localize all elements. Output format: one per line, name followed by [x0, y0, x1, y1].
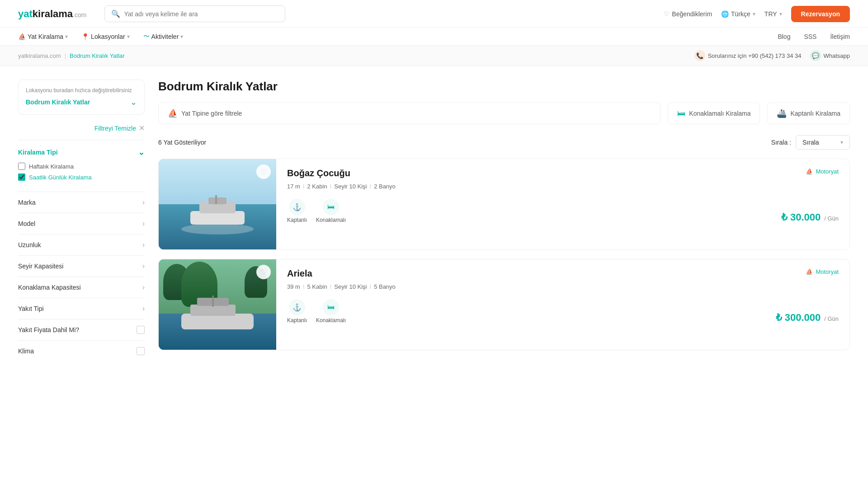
- chevron-down-icon: ▾: [65, 33, 68, 40]
- main-nav: ⛵ Yat Kiralama ▾ 📍 Lokasyonlar ▾ 〜 Aktiv…: [0, 28, 868, 46]
- filter-option-saatlik[interactable]: Saatlik Günlük Kiralama: [18, 174, 145, 181]
- nav-sss[interactable]: SSS: [804, 33, 816, 40]
- yacht-image-wrap: ♡: [159, 259, 276, 350]
- amenity-kaptanli: ⚓ Kaptanlı: [287, 299, 307, 324]
- sort-bar: Sırala : Sırala ▾: [771, 135, 850, 150]
- rezervasyon-button[interactable]: Rezervasyon: [791, 6, 850, 22]
- motoryat-icon: ⛵: [806, 168, 813, 175]
- contact-whatsapp[interactable]: 💬 Whatsapp: [810, 50, 850, 61]
- filter-tab-yat-tipi[interactable]: ⛵ Yat Tipine göre filtrele: [158, 103, 660, 124]
- haftalik-checkbox[interactable]: [18, 163, 25, 170]
- sort-select[interactable]: Sırala ▾: [796, 135, 850, 150]
- chevron-down-icon: ▾: [753, 11, 755, 17]
- filter-klima[interactable]: Klima: [18, 340, 145, 361]
- yacht-capacity: Seyir 10 Kişi: [334, 183, 367, 190]
- filter-model-label: Model: [18, 220, 35, 227]
- filter-klima-label: Klima: [18, 347, 34, 355]
- breadcrumb-home[interactable]: yatkiralama.com: [18, 52, 61, 59]
- whatsapp-icon: 💬: [810, 50, 821, 61]
- amenity-kaptanli-label: Kaptanlı: [287, 217, 307, 223]
- filter-marka[interactable]: Marka ›: [18, 192, 145, 213]
- spec-sep: I: [303, 283, 305, 290]
- chevron-down-icon: ⌄: [130, 97, 137, 107]
- svg-rect-3: [208, 197, 226, 204]
- bed-icon: 🛏: [323, 199, 339, 215]
- chevron-right-icon: ›: [142, 283, 145, 291]
- sort-label: Sırala :: [771, 139, 791, 146]
- heart-button[interactable]: ♡: [256, 265, 271, 279]
- yacht-type: Motoryat: [816, 168, 839, 175]
- filter-option-haftalik[interactable]: Haftalık Kiralama: [18, 163, 145, 170]
- yacht-specs: 17 m I 2 Kabin I Seyir 10 Kişi I 2 Banyo: [287, 183, 839, 190]
- filter-tab-kaptanli-label: Kaptanlı Kiralama: [790, 110, 840, 117]
- chevron-down-icon: ▾: [779, 11, 782, 17]
- filter-clear-btn[interactable]: Filtreyi Temizle ✕: [18, 124, 145, 132]
- filter-uzunluk[interactable]: Uzunluk ›: [18, 234, 145, 255]
- filter-seyir-label: Seyir Kapasitesi: [18, 263, 63, 270]
- filter-yakit-tipi[interactable]: Yakıt Tipi ›: [18, 298, 145, 319]
- activity-icon: 〜: [143, 33, 150, 41]
- chevron-right-icon: ›: [142, 305, 145, 313]
- spec-sep: I: [303, 183, 305, 190]
- saatlik-label: Saatlik Günlük Kiralama: [29, 174, 92, 181]
- filter-konaklama-kapasitesi[interactable]: Konaklama Kapasitesi ›: [18, 277, 145, 298]
- language-label: Türkçe: [731, 10, 750, 18]
- svg-point-0: [181, 224, 254, 235]
- chevron-down-icon: ▾: [180, 33, 183, 40]
- nav-item-lokasyonlar[interactable]: 📍 Lokasyonlar ▾: [81, 33, 130, 40]
- search-input[interactable]: [124, 10, 278, 18]
- svg-rect-4: [215, 195, 217, 204]
- yacht-bathrooms: 5 Banyo: [374, 283, 396, 290]
- search-bar[interactable]: 🔍: [104, 5, 285, 22]
- language-btn[interactable]: 🌐 Türkçe ▾: [721, 10, 755, 18]
- favorites-label: Beğendiklerim: [672, 10, 712, 18]
- location-select[interactable]: Bodrum Kiralık Yatlar ⌄: [26, 97, 137, 107]
- filter-kiralama-tipi: Kiralama Tipi ⌄ Haftalık Kiralama Saatli…: [18, 140, 145, 192]
- yacht-type-badge: ⛵ Motoryat: [806, 168, 839, 175]
- breadcrumb: yatkiralama.com | Bodrum Kiralık Yatlar: [18, 52, 125, 59]
- klima-checkbox[interactable]: [137, 347, 145, 355]
- heart-button[interactable]: ♡: [256, 164, 271, 179]
- filter-tab-kaptanli[interactable]: 🚢 Kaptanlı Kiralama: [767, 103, 850, 124]
- yacht-card: ♡ Ariela ⛵ Motoryat 39 m I 5 Kabin I Sey…: [158, 259, 850, 350]
- filter-model[interactable]: Model ›: [18, 213, 145, 234]
- chevron-right-icon: ›: [142, 262, 145, 270]
- filter-yakit-dahil[interactable]: Yakıt Fiyata Dahil Mi?: [18, 319, 145, 340]
- phone-icon: 📞: [694, 50, 705, 61]
- nav-iletisim[interactable]: İletişim: [830, 33, 850, 40]
- yacht-header: Boğaz Çocuğu ⛵ Motoryat: [287, 168, 839, 178]
- chevron-down-icon: ▾: [127, 33, 130, 40]
- nav-blog[interactable]: Blog: [778, 33, 790, 40]
- yacht-header: Ariela ⛵ Motoryat: [287, 268, 839, 279]
- whatsapp-label: Whatsapp: [823, 52, 850, 59]
- filter-tab-konaklamali-label: Konaklamalı Kiralama: [689, 110, 750, 117]
- filter-tabs: ⛵ Yat Tipine göre filtrele 🛏 Konaklamalı…: [158, 103, 850, 124]
- amenity-konaklamali-label: Konaklamalı: [316, 317, 346, 324]
- filter-kiralama-tipi-label: Kiralama Tipi: [18, 149, 58, 156]
- chevron-right-icon: ›: [142, 220, 145, 228]
- saatlik-checkbox[interactable]: [18, 174, 25, 181]
- logo[interactable]: yatkiralama.com: [18, 8, 86, 20]
- breadcrumb-current: Bodrum Kiralık Yatlar: [70, 52, 125, 59]
- boat-icon: ⛵: [18, 33, 26, 40]
- currency-btn[interactable]: TRY ▾: [764, 10, 782, 18]
- yakit-dahil-checkbox[interactable]: [137, 326, 145, 334]
- filter-yakit-dahil-label: Yakıt Fiyata Dahil Mi?: [18, 326, 79, 333]
- filter-tab-konaklamali[interactable]: 🛏 Konaklamalı Kiralama: [668, 103, 760, 124]
- nav-item-aktiviteler[interactable]: 〜 Aktiviteler ▾: [143, 33, 184, 41]
- filter-uzunluk-label: Uzunluk: [18, 241, 41, 249]
- contact-phone[interactable]: 📞 Sorularınız için +90 (542) 173 34 34: [694, 50, 801, 61]
- favorites-btn[interactable]: ♡ Beğendiklerim: [664, 10, 712, 18]
- phone-label: Sorularınız için +90 (542) 173 34 34: [708, 52, 801, 59]
- heart-icon: ♡: [664, 10, 670, 18]
- yacht-cabins: 2 Kabin: [307, 183, 327, 190]
- filter-kiralama-tipi-header[interactable]: Kiralama Tipi ⌄: [18, 147, 145, 157]
- nav-item-yat-kiralama[interactable]: ⛵ Yat Kiralama ▾: [18, 33, 68, 40]
- filter-seyir-kapasitesi[interactable]: Seyir Kapasitesi ›: [18, 255, 145, 277]
- chevron-down-icon: ▾: [840, 139, 843, 145]
- sort-placeholder: Sırala: [802, 139, 819, 146]
- captain-icon: 🚢: [777, 108, 787, 118]
- location-label: Bodrum Kiralık Yatlar: [26, 99, 90, 106]
- location-icon: 📍: [81, 33, 89, 40]
- filter-clear-label: Filtreyi Temizle: [94, 125, 136, 132]
